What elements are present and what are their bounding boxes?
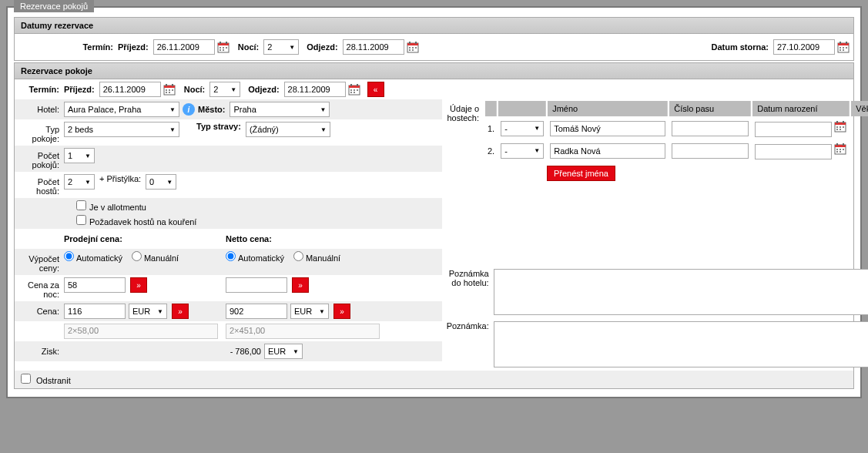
net-auto-radio[interactable]: [226, 251, 236, 261]
room-type-select[interactable]: 2 beds▼: [64, 122, 179, 137]
room-nights-select[interactable]: 2▼: [209, 82, 240, 97]
col-jmeno: Jméno: [548, 101, 668, 116]
window-title: Rezervace pokojů: [14, 0, 94, 12]
hotel-label: Hotel:: [18, 105, 64, 114]
sell-manual-radio[interactable]: [132, 251, 142, 261]
guest-passport-input[interactable]: [672, 143, 749, 159]
guest-name-input[interactable]: [550, 143, 665, 159]
general-note-label: Poznámka:: [445, 321, 494, 367]
zisk-currency-select[interactable]: EUR▼: [264, 344, 303, 359]
hotel-note-label: Poznámka do hotelu:: [445, 269, 494, 315]
guest-birth-input[interactable]: [755, 144, 832, 159]
nights-select[interactable]: 2▼: [263, 39, 299, 55]
guests-table: Jméno Číslo pasu Datum narození Věk: [484, 99, 868, 163]
reservation-window: Rezervace pokojů Datumy rezervace Termín…: [6, 6, 862, 398]
sell-price-input[interactable]: [64, 304, 126, 319]
sell-price-night-input[interactable]: [64, 277, 126, 293]
calendar-icon[interactable]: [406, 40, 420, 54]
termin-label: Termín:: [18, 42, 118, 52]
meal-type-select[interactable]: (Žádný)▼: [246, 122, 330, 137]
guests-label: Údaje o hostech:: [445, 99, 484, 181]
col-pas: Číslo pasu: [669, 101, 751, 116]
hotel-note-textarea[interactable]: [494, 269, 868, 315]
guest-count-select[interactable]: 2▼: [64, 174, 95, 190]
dates-section: Datumy rezervace Termín: Příjezd: Nocí: …: [14, 17, 854, 61]
sell-auto-radio-label[interactable]: Automatický: [64, 251, 122, 263]
city-select[interactable]: Praha▼: [230, 102, 330, 117]
net-night-arrow-button[interactable]: »: [292, 277, 309, 293]
guest-row: 2. -▼: [485, 140, 868, 161]
net-auto-radio-label[interactable]: Automatický: [226, 251, 284, 263]
pocet-hostu-label: Počet hostů:: [18, 174, 64, 196]
guest-row: 1. -▼: [485, 118, 868, 139]
col-vek: Věk: [851, 101, 868, 116]
prijezd-label: Příjezd:: [64, 85, 99, 94]
arrival-date-input[interactable]: [153, 39, 215, 55]
info-icon[interactable]: i: [183, 103, 195, 116]
net-arrow-button[interactable]: »: [333, 304, 350, 319]
sell-manual-radio-label[interactable]: Manuální: [132, 251, 179, 263]
net-currency-select[interactable]: EUR▼: [290, 304, 329, 319]
zisk-label: Zisk:: [18, 347, 64, 356]
room-header: Rezervace pokoje: [15, 63, 853, 79]
guest-passport-input[interactable]: [672, 121, 749, 136]
net-manual-radio[interactable]: [293, 251, 303, 261]
calendar-icon[interactable]: [347, 82, 361, 96]
mesto-label: Město:: [198, 105, 230, 114]
guest-birth-input[interactable]: [755, 122, 832, 137]
typ-stravy-label: Typ stravy:: [196, 122, 246, 131]
netto-label: Netto cena:: [226, 234, 272, 243]
guest-title-select[interactable]: -▼: [501, 121, 544, 136]
cena-noc-label: Cena za noc:: [18, 277, 64, 299]
calendar-icon[interactable]: [833, 142, 847, 156]
net-manual-radio-label[interactable]: Manuální: [293, 251, 340, 263]
noci-label: Nocí:: [230, 42, 264, 52]
prijezd-label: Příjezd:: [118, 42, 153, 52]
remove-checkbox-label[interactable]: Odstranit: [21, 374, 71, 385]
net-price-input[interactable]: [226, 304, 287, 319]
col-narozeni: Datum narození: [752, 101, 850, 116]
room-departure-input[interactable]: [284, 82, 346, 97]
noci-label: Nocí:: [176, 85, 210, 94]
odjezd-label: Odjezd:: [299, 42, 342, 52]
net-price-night-input[interactable]: [226, 277, 287, 293]
room-section: Rezervace pokoje Termín: Příjezd: Nocí: …: [14, 62, 854, 389]
pristylka-label: + Přistýlka:: [95, 174, 146, 183]
typ-pokoje-label: Typ pokoje:: [18, 122, 64, 143]
zisk-value: - 786,00: [226, 347, 264, 356]
general-note-textarea[interactable]: [494, 321, 868, 367]
smoking-checkbox-label[interactable]: Požadavek hostů na kouření: [76, 215, 196, 226]
smoking-checkbox[interactable]: [76, 215, 86, 225]
room-count-select[interactable]: 1▼: [64, 148, 95, 163]
net-breakdown: 2×451,00: [226, 324, 380, 339]
cena-label: Cena:: [18, 307, 64, 316]
hotel-select[interactable]: Aura Palace, Praha▼: [64, 102, 179, 117]
odjezd-label: Odjezd:: [240, 85, 283, 94]
allotment-checkbox-label[interactable]: Je v allotmentu: [76, 200, 146, 212]
calendar-icon[interactable]: [836, 40, 850, 54]
calendar-icon[interactable]: [833, 119, 847, 133]
calendar-icon[interactable]: [216, 40, 230, 54]
transfer-names-button[interactable]: Přenést jména: [547, 166, 615, 181]
storno-label: Datum storna:: [711, 42, 773, 52]
allotment-checkbox[interactable]: [76, 200, 86, 210]
sell-night-arrow-button[interactable]: »: [130, 277, 147, 293]
guest-title-select[interactable]: -▼: [501, 143, 544, 159]
sell-breakdown: 2×58,00: [64, 324, 218, 339]
sell-currency-select[interactable]: EUR▼: [129, 304, 167, 319]
storno-date-input[interactable]: [773, 39, 835, 55]
sell-arrow-button[interactable]: »: [172, 304, 189, 319]
collapse-button[interactable]: «: [367, 82, 384, 97]
guest-name-input[interactable]: [550, 121, 665, 136]
pocet-pokoju-label: Počet pokojů:: [18, 148, 64, 169]
vypocet-label: Výpočet ceny:: [18, 251, 64, 273]
departure-date-input[interactable]: [343, 39, 404, 55]
remove-checkbox[interactable]: [21, 374, 31, 384]
dates-header: Datumy rezervace: [15, 18, 853, 34]
prodejni-label: Prodejní cena:: [64, 234, 226, 243]
sell-auto-radio[interactable]: [64, 251, 74, 261]
calendar-icon[interactable]: [163, 82, 176, 96]
room-arrival-input[interactable]: [99, 82, 161, 97]
extra-bed-select[interactable]: 0▼: [146, 174, 176, 190]
termin-label: Termín:: [18, 85, 64, 94]
